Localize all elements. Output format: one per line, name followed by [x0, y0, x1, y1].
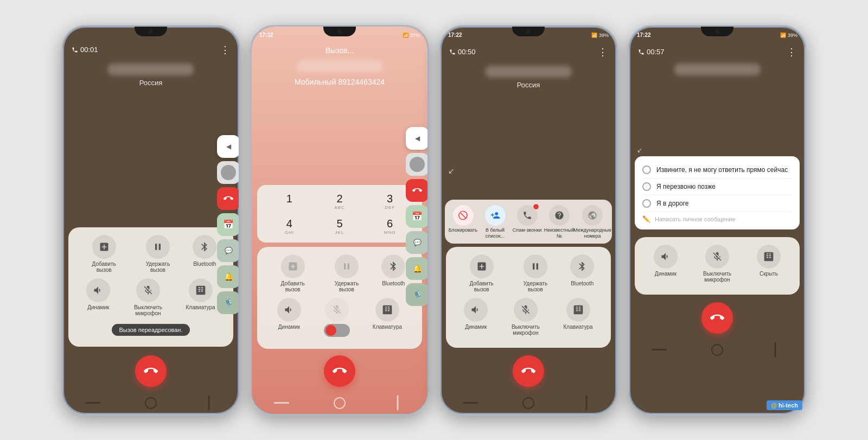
side-arrow-btn-1[interactable]: ◀	[217, 135, 240, 158]
speaker-icon-1	[86, 278, 110, 302]
bluetooth-btn-2[interactable]: Bluetooth	[381, 254, 405, 292]
speaker-label-3: Динамик	[465, 324, 487, 330]
side-bell-btn-2[interactable]: 🔔	[406, 257, 429, 280]
end-call-area-2	[252, 351, 427, 394]
side-msg-btn-1[interactable]: 💬	[217, 239, 240, 262]
contact-area-3: Россия	[441, 60, 616, 200]
key-1[interactable]: 1	[265, 189, 314, 213]
mute-btn-3[interactable]: Выключить микрофон	[507, 298, 545, 336]
call-time-3: 00:50	[449, 48, 476, 56]
key-4[interactable]: 4GHI	[265, 214, 314, 238]
mute-btn-1[interactable]: Выключить микрофон	[129, 278, 167, 316]
keypad-btn-2[interactable]: Клавиатура	[373, 298, 402, 337]
nav-home-4	[711, 344, 723, 356]
unknown-btn-3[interactable]: Неизвестный №	[543, 205, 575, 239]
hold-call-btn-1[interactable]: Удержать вызов	[139, 235, 177, 273]
keypad-icon-1	[189, 278, 213, 302]
speaker-btn-1[interactable]: Динамик	[86, 278, 110, 316]
contact-area-4	[629, 60, 805, 145]
keypad-btn-1[interactable]: Клавиатура	[186, 278, 215, 316]
menu-dots-1[interactable]: ⋮	[220, 44, 230, 56]
battery-3: 39%	[599, 33, 609, 38]
key-2[interactable]: 2ABC	[315, 189, 365, 213]
phone-3: 17:22 📶 39% 00:50 ⋮ ↙	[439, 25, 618, 416]
reject-input-placeholder[interactable]: Написать личное сообщение	[655, 216, 736, 222]
keypad-icon-3	[566, 298, 590, 322]
radio-1	[642, 165, 651, 174]
block-btn-3[interactable]: 🚫 Блокировать	[447, 205, 479, 239]
side-msg-btn-2[interactable]: 💬	[406, 231, 429, 254]
phone-frame-4: 17:22 📶 39% 00:57 ⋮	[628, 25, 807, 416]
reject-option-1[interactable]: Извините, я не могу ответить прямо сейча…	[642, 162, 792, 178]
key-4-num: 4	[286, 218, 292, 230]
speaker-btn-3[interactable]: Динамик	[464, 298, 488, 336]
spam-btn-3[interactable]: Спам-звонки	[511, 205, 543, 239]
hold-call-icon-3	[524, 254, 547, 278]
phone-frame-1: 00:01 ⋮ Россия Доба	[61, 25, 240, 416]
whitelist-btn-3[interactable]: В белый список...	[479, 205, 511, 239]
reject-option-2[interactable]: Я перезвоню позже	[642, 178, 792, 195]
side-end-btn-1[interactable]	[217, 187, 240, 210]
add-call-icon-1	[92, 235, 116, 259]
side-cal-btn-2[interactable]: 📅	[406, 205, 429, 228]
end-call-area-1	[63, 351, 239, 394]
end-call-btn-3[interactable]	[513, 355, 544, 387]
add-call-btn-1[interactable]: Добавить вызов	[85, 235, 123, 273]
end-call-btn-2[interactable]	[324, 355, 355, 387]
down-arrow-3: ↙	[448, 167, 455, 175]
menu-dots-3[interactable]: ⋮	[598, 46, 608, 58]
action-row-3: 🚫 Блокировать В белый список...	[447, 205, 610, 239]
speaker-btn-2[interactable]: Динамик	[277, 298, 301, 337]
intl-btn-3[interactable]: Международные номера	[575, 205, 610, 239]
add-call-btn-3[interactable]: Добавить вызов	[463, 254, 501, 292]
key-4-sub: GHI	[285, 230, 294, 235]
mute-icon-4	[705, 245, 729, 269]
keypad-btn-3[interactable]: Клавиатура	[564, 298, 593, 336]
speaker-btn-4[interactable]: Динамик	[654, 245, 678, 283]
bluetooth-btn-3[interactable]: Bluetooth	[570, 254, 594, 292]
side-cal-btn-1[interactable]: 📅	[217, 213, 240, 236]
block-icon-3: 🚫	[453, 205, 474, 226]
call-time-value-3: 00:50	[458, 48, 476, 56]
hide-btn-4[interactable]: Скрыть	[757, 245, 781, 283]
side-micoff-btn-2[interactable]: 🎙️	[406, 283, 429, 306]
hide-label-4: Скрыть	[760, 271, 778, 277]
add-call-btn-2[interactable]: Добавить вызов	[274, 254, 312, 292]
contact-avatar-1	[107, 63, 194, 75]
end-call-btn-1[interactable]	[135, 355, 167, 387]
hold-call-btn-3[interactable]: Удержать вызов	[516, 254, 554, 292]
intl-icon-3	[582, 205, 603, 226]
forward-badge: Вызов переадресован.	[112, 324, 190, 336]
status-time-4: 17:22	[637, 32, 651, 38]
side-slider-2[interactable]	[406, 153, 429, 176]
reject-option-3[interactable]: Я в дороге	[642, 195, 792, 212]
radio-2	[642, 182, 651, 191]
keypad-toggle-2[interactable]	[324, 324, 350, 337]
key-5[interactable]: 5JKL	[315, 214, 365, 238]
bluetooth-btn-1[interactable]: Bluetooth	[193, 235, 216, 273]
mute-btn-4[interactable]: Выключить микрофон	[698, 245, 736, 283]
reject-panel-4: Извините, я не могу ответить прямо сейча…	[635, 156, 800, 229]
unknown-label-3: Неизвестный №	[543, 227, 575, 239]
end-call-btn-4[interactable]	[701, 302, 733, 334]
hold-call-btn-2[interactable]: Удержать вызов	[328, 254, 366, 292]
hide-icon-4	[757, 245, 781, 269]
menu-dots-4[interactable]: ⋮	[787, 46, 796, 58]
speaker-icon-2	[277, 298, 301, 322]
nav-home-3	[522, 397, 534, 409]
contact-subtitle-3: Россия	[517, 81, 540, 89]
contact-subtitle-1: Россия	[139, 79, 163, 87]
bluetooth-label-3: Bluetooth	[571, 280, 593, 286]
camera-1	[149, 29, 153, 34]
side-buttons-1: ◀ 📅 💬 🔔 🎙️	[217, 135, 240, 314]
side-slider-1[interactable]	[217, 161, 240, 184]
status-right-3: 📶 39%	[591, 33, 609, 38]
side-arrow-btn-2[interactable]: ◀	[406, 127, 429, 150]
watermark-text: hi-tech	[777, 402, 798, 409]
mute-btn-2	[324, 298, 350, 337]
side-micoff-btn-1[interactable]: 🎙️	[217, 291, 240, 314]
side-bell-btn-1[interactable]: 🔔	[217, 265, 240, 288]
battery-2: 37%	[410, 33, 420, 38]
arrow-reject: ↙	[629, 145, 805, 154]
side-end-btn-2[interactable]	[406, 179, 429, 202]
